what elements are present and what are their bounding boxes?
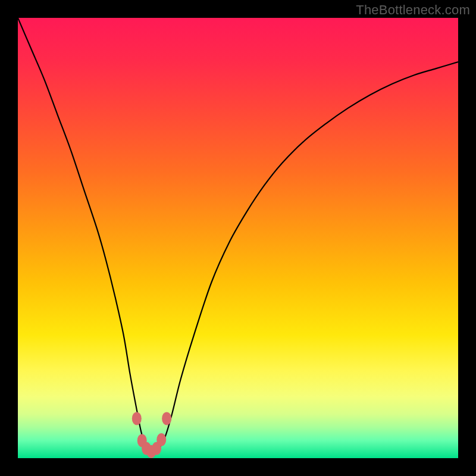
curve-marker xyxy=(162,412,171,425)
curve-marker xyxy=(156,433,166,446)
chart-frame: TheBottleneck.com xyxy=(0,0,476,476)
curve-marker xyxy=(132,412,142,425)
plot-area xyxy=(18,18,458,458)
curve-layer xyxy=(18,18,458,458)
bottleneck-curve xyxy=(18,18,458,455)
watermark-text: TheBottleneck.com xyxy=(356,2,470,18)
